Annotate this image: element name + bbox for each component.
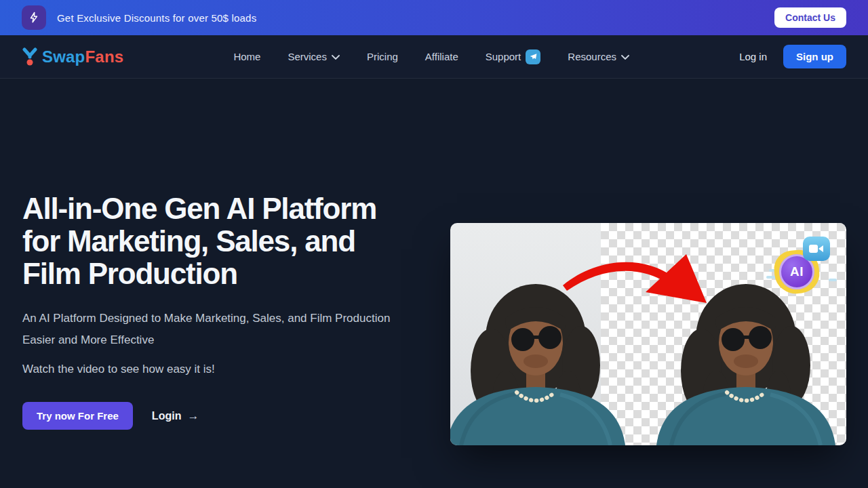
video-camera-icon (803, 237, 830, 261)
promo-message: Get Exclusive Discounts for over 50$ loa… (57, 12, 256, 24)
hero-copy: All-in-One Gen AI Platform for Marketing… (22, 192, 439, 430)
nav-item-pricing-label: Pricing (367, 51, 398, 62)
nav-item-home[interactable]: Home (233, 51, 260, 62)
nav-item-support-label: Support (486, 51, 521, 62)
page: Get Exclusive Discounts for over 50$ loa… (0, 0, 868, 488)
contact-us-button[interactable]: Contact Us (774, 7, 846, 28)
nav-item-support[interactable]: Support (486, 49, 541, 64)
logo-icon (22, 47, 38, 66)
nav-right: Log in Sign up (739, 45, 846, 68)
logo-text: SwapFans (42, 47, 123, 66)
lightning-icon (22, 5, 46, 30)
hero-subtitle-line2: Easier and More Effective (22, 329, 439, 351)
nav-item-resources[interactable]: Resources (568, 51, 629, 62)
try-free-button[interactable]: Try now For Free (22, 402, 133, 430)
nav-item-pricing[interactable]: Pricing (367, 51, 398, 62)
nav-item-services-label: Services (288, 51, 327, 62)
logo-swap: Swap (42, 47, 85, 66)
login-link[interactable]: Log in (739, 51, 767, 62)
right-arrow-icon: → (187, 409, 199, 423)
hero-video-hint: Watch the video to see how easy it is! (22, 363, 439, 376)
promo-left: Get Exclusive Discounts for over 50$ loa… (22, 5, 256, 30)
signup-button[interactable]: Sign up (783, 45, 846, 68)
hero-subtitle-line1: An AI Platform Designed to Make Marketin… (22, 308, 439, 329)
ai-badge: AI (773, 237, 835, 299)
chevron-down-icon (332, 55, 340, 60)
hero-title-line1: All-in-One Gen AI Platform (22, 192, 439, 225)
hero-title-line3: Film Production (22, 258, 439, 290)
badge-decor-line (829, 279, 837, 281)
hero-image-before-after: AI (450, 223, 846, 445)
nav-item-services[interactable]: Services (288, 51, 340, 62)
hero-title: All-in-One Gen AI Platform for Marketing… (22, 192, 439, 290)
hero-subtitle: An AI Platform Designed to Make Marketin… (22, 308, 439, 351)
nav-item-affiliate-label: Affiliate (425, 51, 458, 62)
nav-item-home-label: Home (233, 51, 260, 62)
nav-item-affiliate[interactable]: Affiliate (425, 51, 458, 62)
chevron-down-icon (621, 55, 629, 60)
promo-banner: Get Exclusive Discounts for over 50$ loa… (0, 0, 868, 35)
nav-links: Home Services Pricing Affiliate Support … (123, 49, 739, 64)
logo-fans: Fans (85, 47, 123, 66)
login-cta-label: Login (152, 410, 182, 422)
logo[interactable]: SwapFans (22, 47, 123, 66)
telegram-icon (526, 49, 540, 64)
hero-title-line2: for Marketing, Sales, and (22, 225, 439, 258)
hero-section: All-in-One Gen AI Platform for Marketing… (0, 79, 868, 488)
nav-item-resources-label: Resources (568, 51, 616, 62)
cta-row: Try now For Free Login → (22, 402, 439, 430)
navbar: SwapFans Home Services Pricing Affiliate… (0, 35, 868, 79)
login-cta[interactable]: Login → (152, 409, 199, 423)
